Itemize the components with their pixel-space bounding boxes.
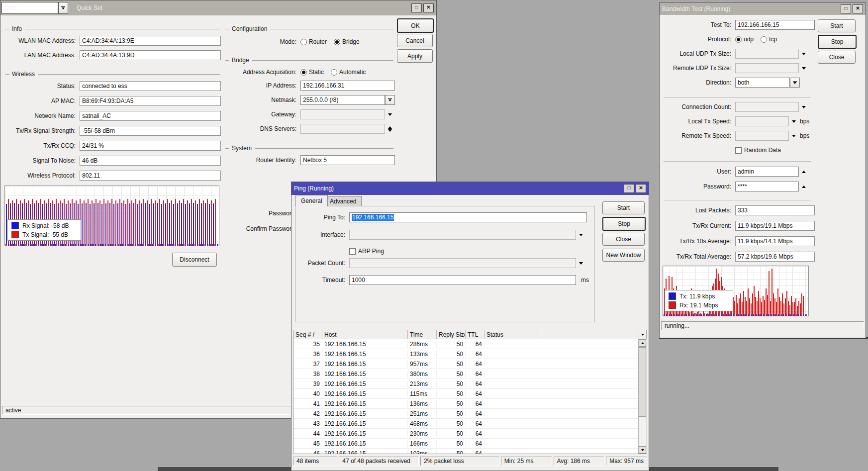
remote-udp-tx-size-field[interactable] bbox=[735, 63, 799, 73]
table-row[interactable]: 36192.166.166.15133ms5064 bbox=[293, 349, 639, 359]
user-field[interactable]: admin bbox=[735, 167, 799, 177]
quick-set-mode-combo-value[interactable]: CPE bbox=[1, 2, 58, 14]
field-row: Confirm Password: bbox=[223, 223, 300, 234]
column-select-icon[interactable] bbox=[639, 330, 647, 339]
scroll-down-icon[interactable] bbox=[639, 446, 646, 454]
ping-stop-button[interactable]: Stop bbox=[602, 217, 646, 231]
user-up-icon[interactable] bbox=[802, 171, 806, 173]
ping-close-button[interactable]: Close bbox=[602, 233, 645, 246]
disconnect-button[interactable]: Disconnect bbox=[172, 253, 217, 267]
column-header-host[interactable]: Host bbox=[322, 330, 408, 339]
table-scrollbar[interactable] bbox=[638, 339, 647, 454]
table-header[interactable]: Seq # / Host Time Reply Size TTL Status bbox=[293, 330, 647, 340]
table-row[interactable]: 43192.166.166.15468ms5064 bbox=[293, 419, 639, 429]
close-icon[interactable]: ✕ bbox=[636, 184, 646, 193]
bw-start-button[interactable]: Start bbox=[818, 19, 856, 32]
interface-dropdown-icon[interactable] bbox=[579, 234, 583, 236]
quick-set-titlebar[interactable]: CPE Quick Set □ ✕ bbox=[0, 0, 436, 15]
remote-tx-speed-field[interactable] bbox=[735, 131, 789, 141]
router-identity-field[interactable]: Netbox 5 bbox=[300, 155, 395, 165]
close-icon[interactable]: ✕ bbox=[423, 3, 434, 12]
combo-dropdown-icon[interactable] bbox=[58, 2, 68, 14]
mode-router-radio[interactable]: Router bbox=[300, 38, 327, 45]
direction-field[interactable]: both bbox=[735, 78, 790, 88]
ok-button[interactable]: OK bbox=[397, 18, 434, 33]
column-header-status[interactable]: Status bbox=[484, 330, 537, 339]
column-header-seq[interactable]: Seq # / bbox=[293, 330, 322, 339]
local-tx-speed-field[interactable] bbox=[735, 116, 789, 126]
password-field[interactable]: **** bbox=[735, 182, 799, 191]
field-label: Address Acquisition: bbox=[223, 69, 300, 76]
ping-new-window-button[interactable]: New Window bbox=[602, 249, 645, 262]
remote-tx-dropdown-icon[interactable] bbox=[792, 135, 796, 137]
signal-noise-field: 46 dB bbox=[80, 156, 221, 166]
packet-count-field[interactable] bbox=[349, 258, 576, 268]
apply-button[interactable]: Apply bbox=[397, 49, 433, 63]
table-row[interactable]: 39192.166.166.15213ms5064 bbox=[293, 379, 639, 389]
direction-combo-icon[interactable] bbox=[790, 78, 800, 88]
password-up-icon[interactable] bbox=[802, 186, 806, 188]
timeout-field[interactable]: 1000 bbox=[349, 275, 576, 285]
column-header-time[interactable]: Time bbox=[408, 330, 437, 339]
field-label: Tx/Rx Total Average: bbox=[661, 253, 735, 260]
tab-advanced[interactable]: Advanced bbox=[324, 196, 362, 206]
field-row: Ping To: 192.166.166.15 bbox=[292, 212, 587, 223]
field-label: Mode: bbox=[223, 38, 300, 45]
netmask-field[interactable]: 255.0.0.0 (/8) bbox=[300, 95, 385, 105]
table-row[interactable]: 38192.166.166.15380ms5064 bbox=[293, 369, 639, 379]
table-row[interactable]: 37192.166.166.15957ms5064 bbox=[293, 359, 639, 369]
maximize-icon[interactable]: □ bbox=[624, 184, 634, 193]
netmask-combo-icon[interactable] bbox=[385, 95, 395, 105]
local-udp-tx-size-field[interactable] bbox=[735, 49, 799, 59]
acq-static-radio[interactable]: Static bbox=[300, 69, 324, 76]
cancel-button[interactable]: Cancel bbox=[397, 34, 433, 47]
table-row[interactable]: 41192.166.166.15136ms5064 bbox=[293, 399, 639, 409]
field-row: Tx/Rx Total Average: 57.2 kbps/19.6 Mbps bbox=[661, 251, 815, 262]
bw-close-button[interactable]: Close bbox=[818, 51, 856, 64]
protocol-tcp-radio[interactable]: tcp bbox=[761, 36, 777, 43]
gateway-dropdown-icon[interactable] bbox=[388, 113, 392, 116]
dns-spinner-icon[interactable] bbox=[388, 126, 392, 132]
quick-set-mode-combo[interactable]: CPE bbox=[1, 2, 68, 14]
dns-servers-field[interactable] bbox=[300, 124, 385, 134]
maximize-icon[interactable]: □ bbox=[411, 3, 422, 12]
field-row: Packet Count: bbox=[292, 258, 583, 269]
connection-count-field[interactable] bbox=[735, 102, 799, 112]
ping-titlebar[interactable]: Ping (Running) □ ✕ bbox=[291, 182, 649, 195]
ping-start-button[interactable]: Start bbox=[602, 201, 645, 214]
field-row: Remote UDP Tx Size: bbox=[661, 63, 806, 74]
column-header-reply-size[interactable]: Reply Size bbox=[437, 330, 466, 339]
interface-field[interactable] bbox=[349, 230, 576, 240]
table-row[interactable]: 42192.166.166.15251ms5064 bbox=[293, 409, 639, 419]
table-row[interactable]: 40192.166.166.15115ms5064 bbox=[293, 389, 639, 399]
table-row[interactable]: 44192.166.166.15230ms5064 bbox=[293, 429, 639, 439]
ping-to-field[interactable]: 192.166.166.15 bbox=[349, 212, 587, 222]
connection-count-dropdown-icon[interactable] bbox=[802, 106, 806, 108]
packet-count-dropdown-icon[interactable] bbox=[579, 262, 583, 265]
local-tx-dropdown-icon[interactable] bbox=[792, 120, 796, 123]
tab-general[interactable]: General bbox=[295, 195, 328, 206]
scroll-up-icon[interactable] bbox=[639, 339, 646, 347]
table-row[interactable]: 35192.166.166.15286ms5064 bbox=[293, 339, 639, 349]
mode-bridge-radio[interactable]: Bridge bbox=[334, 38, 360, 45]
table-row[interactable]: 46192.166.166.15103ms5064 bbox=[293, 449, 639, 454]
ip-address-field[interactable]: 192.166.166.31 bbox=[300, 81, 395, 91]
field-row: Network Name: satnali_AC bbox=[2, 110, 221, 121]
bandwidth-titlebar[interactable]: Bandwidth Test (Running) □ ✕ bbox=[660, 3, 866, 15]
table-row[interactable]: 45192.166.166.15166ms5064 bbox=[293, 439, 639, 449]
test-to-field[interactable]: 192.166.166.15 bbox=[735, 20, 815, 30]
acq-automatic-radio[interactable]: Automatic bbox=[331, 69, 366, 76]
scroll-thumb[interactable] bbox=[639, 347, 646, 417]
close-icon[interactable]: ✕ bbox=[853, 4, 863, 13]
local-udp-dropdown-icon[interactable] bbox=[802, 53, 806, 55]
field-label: DNS Servers: bbox=[223, 125, 300, 132]
bw-stop-button[interactable]: Stop bbox=[818, 35, 857, 49]
remote-udp-dropdown-icon[interactable] bbox=[802, 67, 806, 70]
arp-ping-checkbox[interactable]: ARP Ping bbox=[349, 248, 384, 255]
gateway-field[interactable] bbox=[300, 109, 385, 119]
maximize-icon[interactable]: □ bbox=[841, 4, 851, 13]
protocol-udp-radio[interactable]: udp bbox=[735, 36, 754, 43]
column-header-ttl[interactable]: TTL bbox=[466, 330, 484, 339]
field-label: Signal To Noise: bbox=[2, 157, 80, 164]
random-data-checkbox[interactable]: Random Data bbox=[735, 147, 781, 154]
